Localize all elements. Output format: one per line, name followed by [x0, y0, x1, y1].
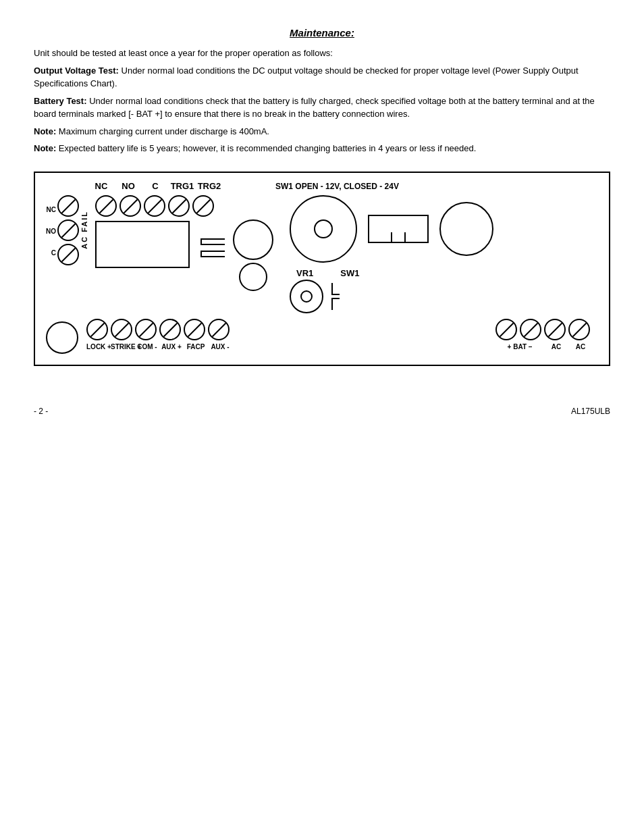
vr1-pot: [290, 280, 323, 313]
vr1-label: VR1: [296, 268, 313, 278]
board-diagram: NC NO C TRG1 TRG2 SW1 OPEN - 12V, CLOSED…: [34, 172, 610, 366]
large-circle-right: [439, 202, 493, 256]
blabel-ac1: AC: [544, 343, 568, 350]
terminal-trg1: [168, 195, 190, 217]
blabel-ac2: AC: [568, 343, 593, 350]
paragraph-note2: Note: Expected battery life is 5 years; …: [34, 142, 610, 155]
blabel-bat: + BAT –: [495, 343, 544, 350]
bottom-terminal-6: [208, 319, 230, 340]
paragraph-3: Battery Test: Under normal load conditio…: [34, 95, 610, 121]
terminal-trg2: [192, 195, 214, 217]
bottom-terminal-5: [184, 319, 205, 340]
bottom-right-terminal-4: [568, 319, 590, 340]
vert-label-no: NO: [46, 228, 56, 235]
ac-fail-terminal-1: [57, 195, 79, 217]
circle-small-bottom: [239, 263, 267, 291]
label-nc: NC: [89, 181, 113, 191]
paragraph-1: Unit should be tested at least once a ye…: [34, 47, 610, 60]
blabel-aux-plus: AUX +: [159, 343, 184, 350]
bottom-right-terminal-2: [520, 319, 541, 340]
ac-fail-terminal-3: [57, 244, 79, 265]
relay-block: [95, 221, 190, 268]
ac-fail-terminal-2: [57, 219, 79, 241]
sw1-switch-shape: [368, 215, 429, 243]
blabel-facp: FACP: [184, 343, 208, 350]
vert-label-nc: NC: [46, 206, 56, 213]
blabel-aux-minus: AUX -: [208, 343, 232, 350]
label-no: NO: [116, 181, 140, 191]
bottom-terminal-1: [86, 319, 108, 340]
bottom-terminal-4: [159, 319, 181, 340]
sw1-open-closed-label: SW1 OPEN - 12V, CLOSED - 24V: [275, 182, 399, 191]
connector-symbol-2: [200, 251, 225, 257]
vert-label-c: C: [46, 249, 56, 257]
footer-model: AL175ULB: [571, 407, 610, 416]
bottom-terminal-2: [111, 319, 132, 340]
sw1-label: SW1: [340, 268, 359, 278]
blabel-com: COM -: [135, 343, 159, 350]
label-c: C: [143, 181, 167, 191]
page-title: Maintenance:: [34, 27, 610, 38]
paragraph-note1: Note: Maximum charging current under dis…: [34, 125, 610, 138]
terminal-nc: [95, 195, 117, 217]
terminal-no: [119, 195, 141, 217]
footer-page-number: - 2 -: [34, 407, 48, 416]
bottom-terminal-3: [135, 319, 157, 340]
circle-medium-top: [233, 219, 273, 260]
connector-symbol-1: [200, 238, 225, 245]
label-trg1: TRG1: [170, 181, 194, 191]
bottom-left-circle: [46, 321, 78, 354]
blabel-lock: LOCK +: [86, 343, 111, 350]
paragraph-2: Output Voltage Test: Under normal load c…: [34, 64, 610, 90]
bottom-right-terminal-1: [495, 319, 517, 340]
ac-fail-label: AC FAIL: [80, 211, 88, 249]
terminal-c: [144, 195, 165, 217]
bottom-right-terminal-3: [544, 319, 566, 340]
blabel-strike: STRIKE +: [111, 343, 135, 350]
large-circle-left: [290, 195, 357, 263]
label-trg2: TRG2: [197, 181, 221, 191]
large-circle-left-inner: [314, 219, 333, 238]
vr1-inner: [300, 290, 313, 303]
